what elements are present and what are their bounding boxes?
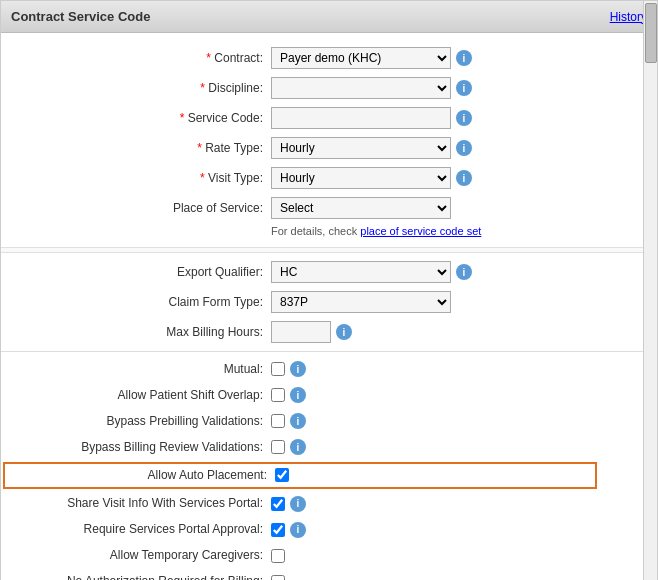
allow-patient-shift-overlap-controls: i	[271, 387, 647, 403]
max-billing-hours-controls: i	[271, 321, 647, 343]
claim-form-type-label: Claim Form Type:	[11, 294, 271, 311]
service-code-controls: i	[271, 107, 647, 129]
place-of-service-select[interactable]: Select	[271, 197, 451, 219]
discipline-controls: i	[271, 77, 647, 99]
require-services-portal-controls: i	[271, 522, 647, 538]
require-services-portal-row: Require Services Portal Approval: i	[1, 517, 657, 543]
export-qualifier-label: Export Qualifier:	[11, 264, 271, 281]
allow-patient-shift-overlap-checkbox[interactable]	[271, 388, 285, 402]
visit-type-info-icon[interactable]: i	[456, 170, 472, 186]
export-qualifier-controls: HC i	[271, 261, 647, 283]
place-of-service-note-link[interactable]: place of service code set	[360, 225, 481, 237]
bypass-billing-review-controls: i	[271, 439, 647, 455]
discipline-select[interactable]	[271, 77, 451, 99]
service-code-required-star: *	[180, 111, 185, 125]
discipline-label: * Discipline:	[11, 80, 271, 97]
share-visit-info-controls: i	[271, 496, 647, 512]
max-billing-hours-row: Max Billing Hours: i	[1, 317, 657, 347]
claim-form-type-row: Claim Form Type: 837P	[1, 287, 657, 317]
bypass-billing-review-checkbox[interactable]	[271, 440, 285, 454]
place-of-service-note-row: For details, check place of service code…	[1, 223, 657, 243]
rate-type-label: * Rate Type:	[11, 140, 271, 157]
allow-auto-placement-label: Allow Auto Placement:	[15, 467, 275, 484]
max-billing-hours-label: Max Billing Hours:	[11, 324, 271, 341]
contract-row: * Contract: Payer demo (KHC) i	[1, 43, 657, 73]
history-link[interactable]: History	[610, 10, 647, 24]
discipline-info-icon[interactable]: i	[456, 80, 472, 96]
place-of-service-row: Place of Service: Select	[1, 193, 657, 223]
allow-temporary-caregivers-checkbox[interactable]	[271, 549, 285, 563]
rate-type-select[interactable]: Hourly	[271, 137, 451, 159]
contract-label: * Contract:	[11, 50, 271, 67]
allow-auto-placement-row: Allow Auto Placement:	[3, 462, 597, 489]
section-divider-1	[1, 247, 657, 253]
panel-title: Contract Service Code	[11, 9, 150, 24]
bypass-billing-review-info-icon[interactable]: i	[290, 439, 306, 455]
allow-auto-placement-checkbox[interactable]	[275, 468, 289, 482]
bypass-prebilling-checkbox[interactable]	[271, 414, 285, 428]
allow-patient-shift-overlap-info-icon[interactable]: i	[290, 387, 306, 403]
no-authorization-label: No Authorization Required for Billing:	[11, 574, 271, 580]
export-qualifier-select[interactable]: HC	[271, 261, 451, 283]
service-code-label: * Service Code:	[11, 110, 271, 127]
discipline-row: * Discipline: i	[1, 73, 657, 103]
bypass-billing-review-row: Bypass Billing Review Validations: i	[1, 434, 657, 460]
export-qualifier-row: Export Qualifier: HC i	[1, 257, 657, 287]
scrollbar[interactable]	[643, 1, 657, 580]
bypass-prebilling-row: Bypass Prebilling Validations: i	[1, 408, 657, 434]
bypass-prebilling-label: Bypass Prebilling Validations:	[11, 413, 271, 430]
discipline-required-star: *	[200, 81, 205, 95]
bypass-billing-review-label: Bypass Billing Review Validations:	[11, 439, 271, 456]
visit-type-required-star: *	[200, 171, 205, 185]
mutual-controls: i	[271, 361, 647, 377]
require-services-portal-label: Require Services Portal Approval:	[11, 521, 271, 538]
rate-type-controls: Hourly i	[271, 137, 647, 159]
allow-auto-placement-controls	[275, 468, 585, 482]
contract-info-icon[interactable]: i	[456, 50, 472, 66]
share-visit-info-info-icon[interactable]: i	[290, 496, 306, 512]
form-body: * Contract: Payer demo (KHC) i * Discipl…	[1, 33, 657, 580]
bypass-prebilling-info-icon[interactable]: i	[290, 413, 306, 429]
visit-type-label: * Visit Type:	[11, 170, 271, 187]
place-of-service-controls: Select	[271, 197, 647, 219]
panel-header: Contract Service Code History	[1, 1, 657, 33]
scrollbar-thumb[interactable]	[645, 3, 657, 63]
bypass-prebilling-controls: i	[271, 413, 647, 429]
require-services-portal-info-icon[interactable]: i	[290, 522, 306, 538]
mutual-label: Mutual:	[11, 361, 271, 378]
require-services-portal-checkbox[interactable]	[271, 523, 285, 537]
place-of-service-label: Place of Service:	[11, 200, 271, 217]
service-code-input[interactable]	[271, 107, 451, 129]
mutual-row: Mutual: i	[1, 356, 657, 382]
rate-type-row: * Rate Type: Hourly i	[1, 133, 657, 163]
visit-type-row: * Visit Type: Hourly i	[1, 163, 657, 193]
claim-form-type-controls: 837P	[271, 291, 647, 313]
visit-type-controls: Hourly i	[271, 167, 647, 189]
claim-form-type-select[interactable]: 837P	[271, 291, 451, 313]
allow-temporary-caregivers-controls	[271, 549, 647, 563]
allow-patient-shift-overlap-label: Allow Patient Shift Overlap:	[11, 387, 271, 404]
export-qualifier-info-icon[interactable]: i	[456, 264, 472, 280]
contract-select[interactable]: Payer demo (KHC)	[271, 47, 451, 69]
divider-1	[1, 351, 657, 352]
share-visit-info-label: Share Visit Info With Services Portal:	[11, 496, 271, 512]
max-billing-hours-info-icon[interactable]: i	[336, 324, 352, 340]
share-visit-info-row: Share Visit Info With Services Portal: i	[1, 491, 657, 517]
no-authorization-checkbox[interactable]	[271, 575, 285, 580]
no-authorization-row: No Authorization Required for Billing:	[1, 569, 657, 580]
visit-type-select[interactable]: Hourly	[271, 167, 451, 189]
place-of-service-note-text: For details, check	[271, 225, 357, 237]
contract-controls: Payer demo (KHC) i	[271, 47, 647, 69]
mutual-info-icon[interactable]: i	[290, 361, 306, 377]
mutual-checkbox[interactable]	[271, 362, 285, 376]
share-visit-info-checkbox[interactable]	[271, 497, 285, 511]
max-billing-hours-input[interactable]	[271, 321, 331, 343]
rate-type-required-star: *	[197, 141, 202, 155]
rate-type-info-icon[interactable]: i	[456, 140, 472, 156]
allow-patient-shift-overlap-row: Allow Patient Shift Overlap: i	[1, 382, 657, 408]
service-code-info-icon[interactable]: i	[456, 110, 472, 126]
service-code-row: * Service Code: i	[1, 103, 657, 133]
no-authorization-controls	[271, 575, 647, 580]
allow-temporary-caregivers-row: Allow Temporary Caregivers:	[1, 543, 657, 569]
contract-required-star: *	[206, 51, 211, 65]
